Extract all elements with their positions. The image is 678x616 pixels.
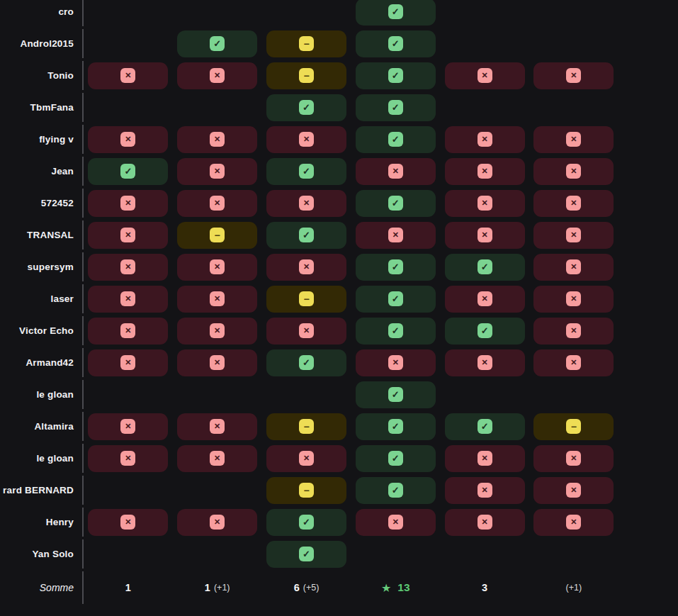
cross-icon: ✕ — [120, 196, 135, 211]
vote-badge-check: ✓ — [356, 318, 436, 345]
participant-row: laser✕✕−✓✕✕ — [0, 283, 623, 315]
vote-badge-x: ✕ — [88, 445, 168, 472]
vote-badge-x: ✕ — [177, 190, 257, 217]
vote-cell: ✕ — [84, 506, 173, 538]
cross-icon: ✕ — [120, 451, 135, 466]
vote-cell: ✕ — [84, 219, 173, 251]
vote-cell — [173, 379, 262, 410]
cross-icon: ✕ — [566, 515, 581, 530]
participant-name-cell: le gloan — [0, 379, 84, 410]
vote-cell: ✕ — [351, 155, 440, 187]
vote-cell: ✕ — [84, 347, 173, 379]
vote-badge-x: ✕ — [445, 445, 525, 472]
vote-badge-check: ✓ — [356, 477, 436, 504]
summary-row: Somme 11(+1)6(+5)★133(+1) — [0, 570, 623, 605]
cross-icon: ✕ — [210, 259, 225, 274]
vote-badge-x: ✕ — [445, 286, 525, 313]
vote-cell: ✕ — [84, 283, 173, 315]
cross-icon: ✕ — [210, 196, 225, 211]
vote-badge-x: ✕ — [88, 62, 168, 89]
check-icon: ✓ — [299, 355, 314, 370]
vote-cell: ✓ — [262, 347, 351, 379]
participant-row: supersym✕✕✕✓✓✕ — [0, 251, 623, 283]
participant-row: le gloan✓ — [0, 379, 623, 410]
vote-cell: ✕ — [529, 60, 618, 91]
vote-cell: ✕ — [440, 123, 529, 155]
participant-name-cell: Victor Echo — [0, 315, 84, 347]
vote-cell: ✓ — [351, 379, 440, 410]
vote-badge-x: ✕ — [177, 445, 257, 472]
vote-cell: ✕ — [173, 410, 262, 442]
participant-row: Tonio✕✕−✓✕✕ — [0, 60, 623, 91]
cross-icon: ✕ — [478, 196, 492, 211]
vote-cell: ✕ — [529, 187, 618, 219]
check-icon: ✓ — [299, 100, 314, 115]
vote-cell: ✕ — [84, 60, 173, 91]
vote-badge-dash: − — [266, 30, 346, 57]
cross-icon: ✕ — [210, 419, 225, 434]
summary-label-cell: Somme — [0, 570, 84, 605]
cross-icon: ✕ — [566, 164, 581, 179]
vote-badge-check: ✓ — [356, 413, 436, 440]
vote-cell: ✓ — [351, 91, 440, 123]
cross-icon: ✕ — [210, 132, 225, 147]
cross-icon: ✕ — [478, 68, 492, 83]
vote-cell — [529, 538, 618, 570]
vote-badge-check: ✓ — [356, 126, 436, 153]
check-icon: ✓ — [299, 547, 314, 561]
vote-cell: ✓ — [262, 91, 351, 123]
check-icon: ✓ — [388, 419, 403, 434]
vote-cell: − — [173, 219, 262, 251]
dash-icon: − — [299, 68, 314, 83]
vote-cell — [84, 379, 173, 410]
vote-badge-x: ✕ — [177, 509, 257, 536]
participant-name-cell: Jean — [0, 155, 84, 187]
vote-cell — [440, 91, 529, 123]
vote-cell: ✓ — [262, 506, 351, 538]
vote-badge-x: ✕ — [533, 254, 614, 281]
vote-badge-x: ✕ — [356, 509, 436, 536]
cross-icon: ✕ — [566, 483, 581, 498]
participant-row: Jean✓✕✓✕✕✕ — [0, 155, 623, 187]
vote-cell: ✕ — [529, 219, 618, 251]
cross-icon: ✕ — [566, 259, 581, 274]
cross-icon: ✕ — [566, 68, 581, 83]
check-icon: ✓ — [299, 228, 314, 242]
participant-name-cell: 572452 — [0, 187, 84, 219]
vote-cell: − — [262, 410, 351, 442]
vote-cell: ✕ — [440, 347, 529, 379]
participant-name: Victor Echo — [19, 325, 74, 336]
check-icon: ✓ — [478, 259, 492, 274]
vote-cell: ✓ — [440, 315, 529, 347]
summary-total-value: 1 — [125, 582, 131, 593]
vote-cell: ✕ — [529, 123, 618, 155]
vote-badge-check: ✓ — [356, 254, 436, 281]
vote-cell: ✕ — [173, 442, 262, 474]
vote-badge-x: ✕ — [266, 126, 346, 153]
vote-cell: ✕ — [529, 155, 618, 187]
vote-cell — [529, 28, 618, 60]
participant-row: 572452✕✕✕✓✕✕ — [0, 187, 623, 219]
star-icon: ★ — [381, 581, 391, 595]
vote-badge-x: ✕ — [445, 126, 525, 153]
vote-cell: ✓ — [440, 410, 529, 442]
vote-badge-check: ✓ — [88, 158, 168, 185]
cross-icon: ✕ — [120, 228, 135, 242]
vote-cell: ✕ — [173, 123, 262, 155]
vote-badge-check: ✓ — [266, 222, 346, 249]
vote-cell: ✕ — [529, 315, 618, 347]
cross-icon: ✕ — [299, 132, 314, 147]
participants-rows: cro✓Androl2015✓−✓Tonio✕✕−✓✕✕TbmFana✓✓fly… — [0, 0, 623, 570]
vote-badge-check: ✓ — [356, 62, 436, 89]
vote-cell: ✕ — [262, 187, 351, 219]
vote-cell — [84, 0, 173, 28]
dash-icon: − — [299, 483, 314, 498]
check-icon: ✓ — [388, 36, 403, 51]
vote-badge-x: ✕ — [88, 349, 168, 376]
check-icon: ✓ — [388, 291, 403, 306]
vote-cell: ✕ — [440, 60, 529, 91]
participant-name-cell: rard BERNARD — [0, 474, 84, 506]
cross-icon: ✕ — [566, 132, 581, 147]
vote-cell: ✕ — [440, 442, 529, 474]
participant-name: Androl2015 — [20, 38, 74, 49]
